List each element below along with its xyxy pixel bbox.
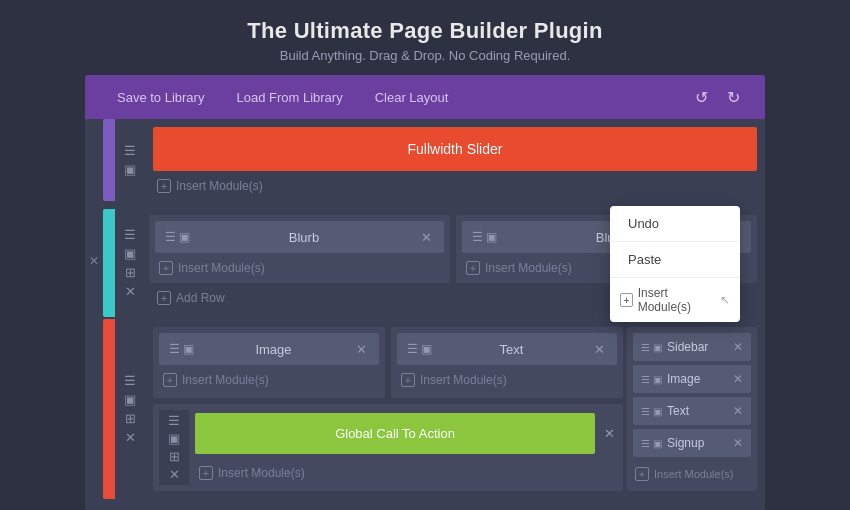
row-3-top-columns: ☰ ▣ Image ✕ + Insert Module(s) bbox=[153, 327, 623, 398]
text-icons: ☰ ▣ bbox=[407, 342, 432, 356]
sidebar-signup-icons: ☰ ▣ bbox=[641, 438, 662, 449]
col-1-insert-modules[interactable]: + Insert Module(s) bbox=[155, 259, 444, 277]
row-3-layout-icon[interactable]: ☰ bbox=[124, 374, 136, 387]
save-to-library-button[interactable]: Save to Library bbox=[101, 75, 220, 119]
blurb-2-list-icon: ☰ bbox=[472, 230, 483, 244]
cta-icons: ☰ ▣ ⊞ ✕ bbox=[159, 410, 189, 485]
sidebar-insert[interactable]: + Insert Module(s) bbox=[633, 463, 751, 485]
row-3-icons: ☰ ▣ ⊞ ✕ bbox=[115, 319, 145, 499]
clear-layout-button[interactable]: Clear Layout bbox=[359, 75, 465, 119]
cta-grid-icon[interactable]: ⊞ bbox=[169, 450, 180, 463]
row-2-col-1: ☰ ▣ Blurb ✕ + Insert Module(s) bbox=[149, 215, 450, 283]
sidebar-text-close[interactable]: ✕ bbox=[733, 404, 743, 418]
row-2-grid-icon[interactable]: ⊞ bbox=[125, 266, 136, 279]
sidebar-image-list-icon: ☰ bbox=[641, 374, 650, 385]
row-3-cta-row: ☰ ▣ ⊞ ✕ Global Call To Action bbox=[153, 404, 623, 491]
blurb-1-close[interactable]: ✕ bbox=[418, 229, 434, 245]
cta-layout-icon[interactable]: ☰ bbox=[168, 414, 180, 427]
sidebar-signup-module: ☰ ▣ Signup ✕ bbox=[633, 429, 751, 457]
sidebar-text-icons: ☰ ▣ bbox=[641, 406, 662, 417]
sidebar-signup-list-icon: ☰ bbox=[641, 438, 650, 449]
blurb-1-label[interactable]: Blurb bbox=[196, 230, 412, 245]
context-menu-undo[interactable]: Undo bbox=[610, 206, 740, 241]
row-3-col-image: ☰ ▣ Image ✕ + Insert Module(s) bbox=[153, 327, 385, 398]
cta-x-icon[interactable]: ✕ bbox=[169, 468, 180, 481]
page-header: The Ultimate Page Builder Plugin Build A… bbox=[0, 0, 850, 75]
sidebar-insert-plus: + bbox=[635, 467, 649, 481]
fullwidth-slider-module[interactable]: Fullwidth Slider bbox=[153, 127, 757, 171]
builder-row-3: ☰ ▣ ⊞ ✕ ☰ ▣ Image ✕ bbox=[85, 319, 765, 501]
blurb-module-1: ☰ ▣ Blurb ✕ bbox=[155, 221, 444, 253]
sidebar-list-icon: ☰ bbox=[641, 342, 650, 353]
row-3-x-icon[interactable]: ✕ bbox=[125, 431, 136, 444]
image-img-icon: ▣ bbox=[183, 342, 194, 356]
col-1-insert-plus: + bbox=[159, 261, 173, 275]
sidebar-label[interactable]: Sidebar bbox=[667, 340, 728, 354]
sidebar-text-label[interactable]: Text bbox=[667, 404, 728, 418]
cta-close[interactable]: ✕ bbox=[601, 426, 617, 442]
sidebar-icons: ☰ ▣ bbox=[641, 342, 662, 353]
context-menu-insert[interactable]: + Insert Module(s) ↖ bbox=[610, 278, 740, 322]
blurb-1-img-icon: ▣ bbox=[179, 230, 190, 244]
image-insert-plus: + bbox=[163, 373, 177, 387]
text-list-icon: ☰ bbox=[407, 342, 418, 356]
redo-button[interactable]: ↻ bbox=[717, 81, 749, 113]
row-3-screen-icon[interactable]: ▣ bbox=[124, 393, 136, 406]
image-col-insert[interactable]: + Insert Module(s) bbox=[159, 371, 379, 389]
row-1-content: Fullwidth Slider + Insert Module(s) bbox=[145, 119, 765, 201]
cta-row-inner: ☰ ▣ ⊞ ✕ Global Call To Action bbox=[159, 410, 617, 485]
text-insert-plus: + bbox=[401, 373, 415, 387]
row-1-screen-icon[interactable]: ▣ bbox=[124, 163, 136, 176]
col-2-insert-plus: + bbox=[466, 261, 480, 275]
row-2-layout-icon[interactable]: ☰ bbox=[124, 228, 136, 241]
cta-insert-plus: + bbox=[199, 466, 213, 480]
toolbar: Save to Library Load From Library Clear … bbox=[85, 75, 765, 119]
text-close[interactable]: ✕ bbox=[591, 341, 607, 357]
undo-button[interactable]: ↺ bbox=[685, 81, 717, 113]
row-3-side-handle bbox=[103, 319, 115, 499]
sidebar-image-close[interactable]: ✕ bbox=[733, 372, 743, 386]
row-2-screen-icon[interactable]: ▣ bbox=[124, 247, 136, 260]
row-3-col-text: ☰ ▣ Text ✕ + Insert Module(s) bbox=[391, 327, 623, 398]
row-3-delete-icon[interactable] bbox=[85, 319, 103, 501]
context-cursor-icon: ↖ bbox=[720, 293, 730, 307]
text-label[interactable]: Text bbox=[438, 342, 585, 357]
row-3-grid-icon[interactable]: ⊞ bbox=[125, 412, 136, 425]
row-2-delete-icon[interactable]: ✕ bbox=[85, 203, 103, 319]
sidebar-close[interactable]: ✕ bbox=[733, 340, 743, 354]
sidebar-image-label[interactable]: Image bbox=[667, 372, 728, 386]
row-2-x-icon[interactable]: ✕ bbox=[125, 285, 136, 298]
row-1-side-handle bbox=[103, 119, 115, 201]
row-1-icons: ☰ ▣ bbox=[115, 119, 145, 201]
sidebar-image-img-icon: ▣ bbox=[653, 374, 662, 385]
sidebar-text-module: ☰ ▣ Text ✕ bbox=[633, 397, 751, 425]
text-module: ☰ ▣ Text ✕ bbox=[397, 333, 617, 365]
sidebar-image-module: ☰ ▣ Image ✕ bbox=[633, 365, 751, 393]
blurb-1-list-icon: ☰ bbox=[165, 230, 176, 244]
row-1-delete-icon[interactable] bbox=[85, 119, 103, 203]
text-col-insert[interactable]: + Insert Module(s) bbox=[397, 371, 617, 389]
row-1-layout-icon[interactable]: ☰ bbox=[124, 144, 136, 157]
builder-row-1: ☰ ▣ Fullwidth Slider + Insert Module(s) bbox=[85, 119, 765, 203]
global-cta-module[interactable]: Global Call To Action bbox=[195, 413, 595, 454]
row-1-insert-modules[interactable]: + Insert Module(s) bbox=[153, 177, 757, 195]
blurb-1-icons: ☰ ▣ bbox=[165, 230, 190, 244]
image-close[interactable]: ✕ bbox=[353, 341, 369, 357]
blurb-2-img-icon: ▣ bbox=[486, 230, 497, 244]
context-insert-plus: + bbox=[620, 293, 633, 307]
row-3-left: ☰ ▣ Image ✕ + Insert Module(s) bbox=[145, 319, 627, 499]
cta-screen-icon[interactable]: ▣ bbox=[168, 432, 180, 445]
sidebar-text-list-icon: ☰ bbox=[641, 406, 650, 417]
cta-module-row: Global Call To Action ✕ bbox=[195, 413, 617, 454]
context-menu-paste[interactable]: Paste bbox=[610, 242, 740, 277]
row-3-sidebar: ☰ ▣ Sidebar ✕ ☰ ▣ Image ✕ bbox=[627, 327, 757, 491]
image-list-icon: ☰ bbox=[169, 342, 180, 356]
page-title: The Ultimate Page Builder Plugin bbox=[0, 18, 850, 44]
sidebar-signup-label[interactable]: Signup bbox=[667, 436, 728, 450]
sidebar-module: ☰ ▣ Sidebar ✕ bbox=[633, 333, 751, 361]
cta-insert[interactable]: + Insert Module(s) bbox=[195, 464, 617, 482]
sidebar-signup-close[interactable]: ✕ bbox=[733, 436, 743, 450]
sidebar-img-icon: ▣ bbox=[653, 342, 662, 353]
load-from-library-button[interactable]: Load From Library bbox=[220, 75, 358, 119]
image-label[interactable]: Image bbox=[200, 342, 347, 357]
